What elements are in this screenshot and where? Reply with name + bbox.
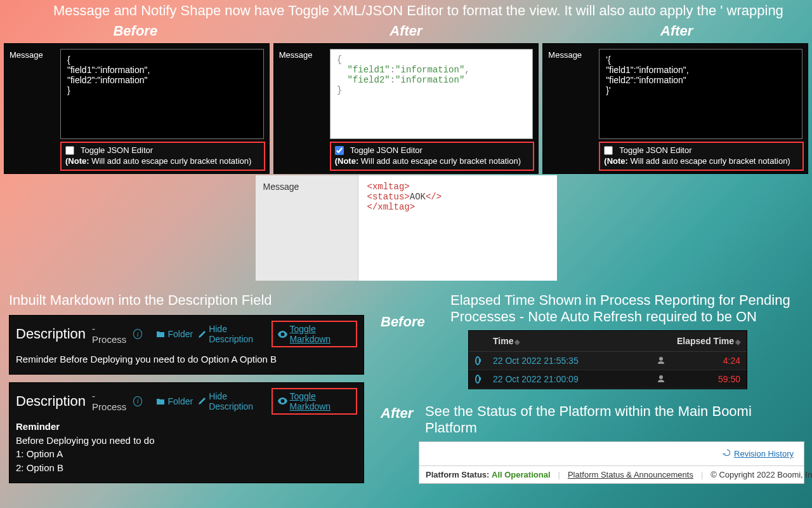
col-elapsed[interactable]: Elapsed Time◆ bbox=[671, 331, 747, 351]
table-row[interactable]: 22 Oct 2022 21:55:35 4:24 bbox=[469, 352, 747, 370]
toggle-json-bar: Toggle JSON Editor (Note: Will add auto … bbox=[330, 142, 535, 171]
toggle-markdown-button[interactable]: Toggle Markdown bbox=[272, 388, 357, 415]
sort-icon: ◆ bbox=[735, 338, 740, 345]
description-process: - Process bbox=[92, 323, 128, 345]
platform-status-bar: Revision History Platform Status: All Op… bbox=[419, 441, 804, 484]
elapsed-time-table: Time◆ Elapsed Time◆ 22 Oct 2022 21:55:35… bbox=[468, 330, 747, 389]
description-title: Description bbox=[16, 393, 86, 410]
toggle-json-bar: Toggle JSON Editor (Note: Will add auto … bbox=[599, 142, 804, 171]
label-after-2: After bbox=[541, 23, 812, 39]
platform-status-label: Platform Status: bbox=[426, 470, 489, 479]
table-row[interactable]: 22 Oct 2022 21:00:09 59:50 bbox=[469, 370, 747, 389]
toggle-json-checkbox[interactable] bbox=[604, 146, 613, 155]
elapsed-cell: 4:24 bbox=[671, 352, 747, 370]
folder-link[interactable]: Folder bbox=[156, 396, 193, 406]
description-process: - Process bbox=[92, 391, 128, 412]
description-title: Description bbox=[16, 326, 86, 342]
description-box-after: Description - Process i Folder Hide Desc… bbox=[9, 382, 364, 483]
revision-history-link[interactable]: Revision History bbox=[723, 448, 794, 459]
toggle-json-label: Toggle JSON Editor bbox=[81, 145, 153, 156]
col-time[interactable]: Time◆ bbox=[487, 331, 652, 351]
description-box-before: Description - Process i Folder Hide Desc… bbox=[9, 315, 364, 375]
note-rest: Will add auto escape curly bracket notat… bbox=[628, 156, 790, 166]
message-panel-xml: Message <xmltag> <status>AOK</> </xmltag… bbox=[256, 175, 557, 281]
pencil-icon bbox=[198, 397, 206, 405]
table-header: Time◆ Elapsed Time◆ bbox=[469, 331, 747, 352]
toggle-json-label: Toggle JSON Editor bbox=[350, 145, 422, 156]
before-after-labels: Before After After bbox=[0, 20, 812, 43]
message-textarea-formatted[interactable]: { "field1":"information", "field2":"info… bbox=[330, 49, 534, 139]
info-icon[interactable]: i bbox=[133, 396, 143, 406]
description-body: Reminder Before Deploying you need to do… bbox=[16, 352, 357, 366]
elapsed-cell: 59:50 bbox=[671, 370, 747, 388]
info-icon[interactable]: i bbox=[133, 329, 143, 339]
folder-icon bbox=[156, 398, 165, 405]
copyright: © Copyright 2022 Boomi, Inc. bbox=[710, 470, 812, 479]
note-bold: (Note: bbox=[335, 156, 359, 166]
message-label: Message bbox=[4, 44, 60, 139]
markdown-heading: Inbuilt Markdown into the Description Fi… bbox=[9, 292, 428, 309]
folder-link[interactable]: Folder bbox=[156, 329, 193, 339]
toggle-json-checkbox[interactable] bbox=[335, 146, 344, 155]
toggle-json-bar: Toggle JSON Editor (Note: Will add auto … bbox=[60, 142, 265, 171]
eye-icon bbox=[278, 398, 287, 404]
hide-description-link[interactable]: Hide Description bbox=[198, 324, 266, 344]
headline: Message and Notify Shape now have Toggle… bbox=[0, 0, 812, 20]
toggle-json-checkbox[interactable] bbox=[65, 146, 74, 155]
message-textarea-xml[interactable]: <xmltag> <status>AOK</> </xmltag> bbox=[358, 175, 557, 281]
folder-icon bbox=[156, 330, 165, 338]
label-after-side: After bbox=[381, 405, 413, 422]
note-bold: (Note: bbox=[604, 156, 628, 166]
sort-icon: ◆ bbox=[514, 338, 520, 345]
note-rest: Will add auto escape curly bracket notat… bbox=[358, 156, 521, 166]
panels-row: Message { "field1":"information", "field… bbox=[0, 43, 812, 174]
note-bold: (Note: bbox=[65, 156, 89, 166]
clock-icon bbox=[475, 356, 480, 365]
message-panel-after-formatted: Message { "field1":"information", "field… bbox=[273, 43, 539, 174]
time-cell: 22 Oct 2022 21:55:35 bbox=[487, 352, 652, 370]
status-heading: See the Status of the Platform within th… bbox=[425, 403, 780, 436]
description-body-rendered: Reminder Before Deploying you need to do… bbox=[16, 420, 357, 475]
user-icon bbox=[657, 356, 665, 365]
message-textarea[interactable]: { "field1":"information", "field2":"info… bbox=[60, 49, 264, 139]
hide-description-link[interactable]: Hide Description bbox=[198, 391, 266, 411]
label-before: Before bbox=[0, 23, 271, 39]
message-label: Message bbox=[543, 44, 599, 139]
user-icon bbox=[657, 375, 665, 384]
eye-icon bbox=[278, 331, 287, 338]
label-after: After bbox=[271, 23, 542, 39]
message-textarea-wrapped[interactable]: '{ "field1":"information", "field2":"inf… bbox=[599, 49, 802, 139]
pencil-icon bbox=[198, 330, 206, 338]
message-label: Message bbox=[274, 44, 330, 139]
toggle-markdown-button[interactable]: Toggle Markdown bbox=[272, 321, 357, 347]
platform-status-value: All Operational bbox=[492, 470, 550, 479]
clock-icon bbox=[475, 375, 480, 384]
message-panel-before: Message { "field1":"information", "field… bbox=[4, 43, 270, 174]
note-rest: Will add auto escape curly bracket notat… bbox=[89, 156, 252, 166]
time-cell: 22 Oct 2022 21:00:09 bbox=[487, 370, 652, 388]
elapsed-heading: Elapsed Time Shown in Process Reporting … bbox=[450, 292, 793, 325]
label-before-side: Before bbox=[381, 314, 425, 330]
message-panel-after-wrapped: Message '{ "field1":"information", "fiel… bbox=[542, 43, 808, 174]
announcements-link[interactable]: Platform Status & Announcements bbox=[568, 470, 693, 479]
toggle-json-label: Toggle JSON Editor bbox=[619, 145, 691, 156]
message-label: Message bbox=[256, 175, 358, 281]
history-icon bbox=[723, 448, 731, 459]
